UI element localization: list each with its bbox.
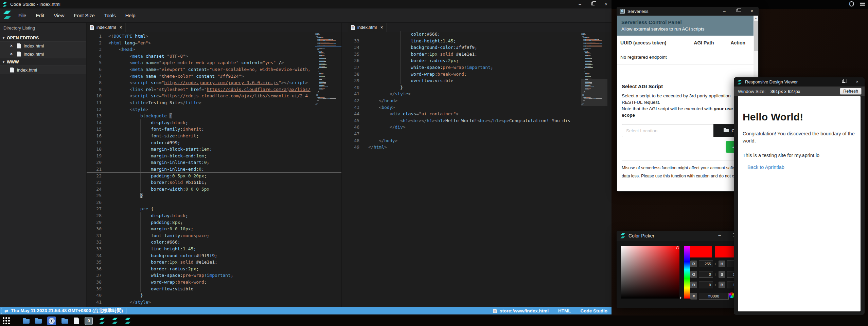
code-line-34[interactable]: 34background-color:#f9f9f9; (87, 252, 341, 259)
code-line-26[interactable]: 26 (87, 199, 341, 206)
close-button[interactable]: × (749, 8, 755, 14)
menu-item-font-size[interactable]: Font Size (69, 8, 100, 22)
code-editor-left[interactable]: 1<!DOCTYPE html>2<html lang="en">3<head>… (87, 32, 341, 307)
stepper-icon[interactable]: ↕ (714, 282, 716, 288)
tab-close-icon[interactable]: × (380, 25, 383, 30)
code-line-10[interactable]: 10<script src="https://cdnjs.cloudflare.… (87, 93, 341, 99)
code-line-13[interactable]: 13blockquote { (87, 113, 341, 119)
hue-slider[interactable] (684, 246, 690, 299)
code-line-23[interactable]: 23border:solid #b1b1b1; (87, 179, 341, 186)
code-line-25[interactable]: 25} (87, 192, 341, 199)
code-line-36[interactable]: 36border-radius:2px; (342, 57, 612, 64)
hamburger-menu-icon[interactable] (860, 2, 865, 6)
minimize-button[interactable]: – (828, 79, 833, 84)
code-line-41[interactable]: 41</style> (87, 299, 341, 306)
code-line-48[interactable]: 48</body> (342, 137, 612, 144)
code-line-24[interactable]: 24border-width:0 0 0 5px (87, 186, 341, 193)
code-line-33[interactable]: 33line-height:1.45; (87, 246, 341, 252)
code-line-9[interactable]: 9<link rel="stylesheet" href="https://cd… (87, 86, 341, 93)
code-line-5[interactable]: 5<meta name="apple-mobile-web-app-capabl… (87, 59, 341, 66)
code-line-32[interactable]: 32color:#666; (342, 31, 612, 38)
code-line-42[interactable]: 42</head> (342, 97, 612, 104)
minimap-right[interactable] (581, 33, 607, 106)
scroll-up-icon[interactable]: ▲ (754, 16, 758, 21)
code-line-38[interactable]: 38word-wrap:break-word; (87, 279, 341, 286)
status-file-path[interactable]: store:/www/index.html (493, 308, 549, 313)
code-line-33[interactable]: 33line-height:1.45; (342, 38, 612, 44)
code-line-30[interactable]: 30margin:0 0 10px; (87, 226, 341, 232)
code-line-14[interactable]: 14display:block; (87, 119, 341, 126)
code-line-34[interactable]: 34background-color:#f9f9f9; (342, 44, 612, 51)
code-line-3[interactable]: 3<head> (87, 46, 341, 53)
code-line-35[interactable]: 35border:1px solid #e1e1e1; (342, 51, 612, 58)
code-line-19[interactable]: 19margin-block-end:1em; (87, 153, 341, 159)
code-line-11[interactable]: 11<title>Testing Site</title> (87, 99, 341, 106)
field-value-b[interactable]: 0 (699, 282, 713, 288)
code-line-31[interactable]: 31font-family:monospace; (87, 232, 341, 239)
menu-item-help[interactable]: Help (121, 8, 140, 22)
minimap-left[interactable] (315, 33, 341, 106)
folder-icon[interactable] (23, 319, 30, 324)
code-line-46[interactable]: 46</div> (342, 124, 612, 131)
app-grid-icon[interactable] (3, 317, 10, 324)
hex-input[interactable]: ff0000 (699, 293, 729, 300)
code-line-7[interactable]: 7<meta name="theme-color" content="#ff92… (87, 73, 341, 80)
minimize-button[interactable]: – (577, 2, 583, 7)
tree-section-open-editors[interactable]: ▾OPEN EDITORS (0, 34, 86, 42)
code-line-6[interactable]: 6<meta name="viewport" content="user-sca… (87, 66, 341, 73)
menu-item-file[interactable]: File (14, 8, 31, 22)
code-studio-titlebar[interactable]: Code Studio - index.html – × (0, 0, 612, 8)
tree-section-www[interactable]: ▾WWW (0, 58, 86, 66)
location-input[interactable] (622, 124, 713, 137)
code-line-44[interactable]: 44<div class="ui container"> (342, 111, 612, 117)
code-line-41[interactable]: 41</style> (342, 91, 612, 97)
menu-item-tools[interactable]: Tools (100, 8, 121, 22)
back-to-aprintlab-link[interactable]: Back to Aprintlab (747, 165, 784, 170)
maximize-button[interactable] (737, 9, 740, 12)
code-studio-app-icon[interactable] (111, 317, 119, 325)
tree-item-index.html[interactable]: index.html (0, 66, 86, 74)
stepper-icon[interactable]: ↕ (714, 261, 716, 267)
close-button[interactable]: × (603, 2, 609, 7)
code-line-22[interactable]: 22padding:0 5px 0 20px; (87, 172, 341, 179)
code-line-37[interactable]: 37white-space:pre-wrap!important; (342, 64, 612, 71)
minimize-button[interactable]: – (722, 8, 727, 14)
code-studio-app-icon[interactable] (124, 317, 131, 325)
scrollbar-thumb[interactable] (754, 21, 758, 51)
restore-button[interactable] (591, 2, 595, 5)
tree-item-index.html[interactable]: ×index.html (0, 50, 86, 58)
saturation-field[interactable] (621, 246, 679, 299)
code-line-39[interactable]: 39overflow:visible (342, 77, 612, 84)
code-line-49[interactable]: 49</html> (342, 144, 612, 151)
tree-item-index.html[interactable]: ×index.html (0, 42, 86, 50)
code-line-40[interactable]: 40} (342, 84, 612, 91)
code-line-47[interactable]: 47 (342, 131, 612, 137)
code-line-20[interactable]: 20margin-inline-start:0; (87, 159, 341, 166)
close-file-icon[interactable]: × (10, 52, 14, 56)
code-line-28[interactable]: 28display:block; (87, 212, 341, 219)
maximize-button[interactable] (842, 80, 845, 83)
code-line-40[interactable]: 40} (87, 292, 341, 299)
menu-item-view[interactable]: View (49, 8, 69, 22)
menu-item-edit[interactable]: Edit (31, 8, 49, 22)
code-line-37[interactable]: 37white-space:pre-wrap!important; (87, 272, 341, 279)
serverless-titlebar[interactable]: 0 Serverless – × (617, 7, 759, 16)
folder-icon[interactable] (35, 319, 42, 324)
code-line-36[interactable]: 36border-radius:2px; (87, 266, 341, 272)
field-value-r[interactable]: 255 (699, 261, 713, 267)
tab-close-icon[interactable]: × (120, 25, 122, 30)
tab-index-html[interactable]: index.html × (87, 23, 126, 32)
hue-marker-left-icon[interactable] (680, 296, 681, 300)
code-line-39[interactable]: 39overflow:visible (87, 286, 341, 292)
code-line-32[interactable]: 32color:#666; (87, 239, 341, 246)
code-line-2[interactable]: 2<html lang="en"> (87, 40, 341, 46)
code-line-29[interactable]: 29padding:8px; (87, 219, 341, 226)
code-line-43[interactable]: 43<body> (342, 104, 612, 111)
picker-handle[interactable] (676, 246, 679, 249)
close-file-icon[interactable]: × (10, 43, 14, 48)
field-value-g[interactable]: 0 (699, 271, 713, 278)
close-button[interactable]: × (854, 79, 860, 84)
document-icon[interactable] (74, 318, 79, 324)
refresh-button[interactable]: Refresh (840, 88, 862, 95)
code-line-35[interactable]: 35border:1px solid #e1e1e1; (87, 259, 341, 266)
